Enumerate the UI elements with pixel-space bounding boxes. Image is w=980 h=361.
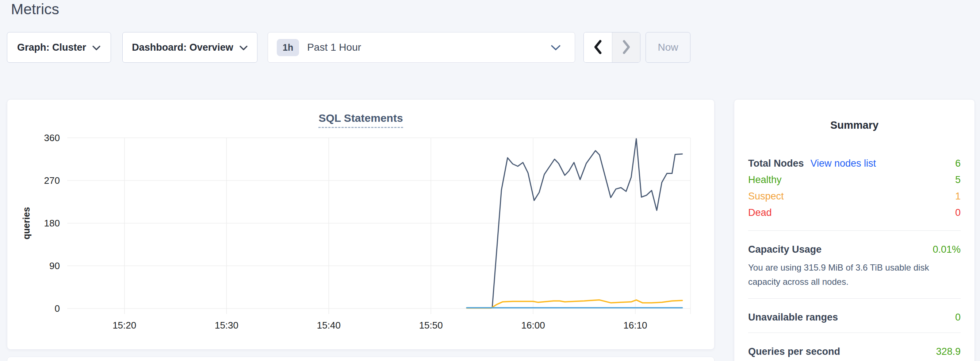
divider xyxy=(748,298,961,299)
unavailable-ranges-value: 0 xyxy=(955,312,961,323)
next-time-button[interactable] xyxy=(612,32,640,62)
svg-text:15:30: 15:30 xyxy=(215,320,239,331)
svg-text:16:00: 16:00 xyxy=(522,320,545,331)
suspect-nodes-row: Suspect 1 xyxy=(748,188,961,204)
time-range-badge: 1h xyxy=(277,39,299,56)
unavailable-ranges-row: Unavailable ranges 0 xyxy=(748,312,961,323)
unavailable-ranges-label: Unavailable ranges xyxy=(748,312,838,323)
svg-text:15:20: 15:20 xyxy=(113,320,136,331)
healthy-value: 5 xyxy=(955,174,961,185)
next-chart-card-sliver xyxy=(7,356,714,361)
svg-text:0: 0 xyxy=(55,303,60,314)
queries-per-second-row: Queries per second 328.9 xyxy=(748,346,961,357)
svg-text:180: 180 xyxy=(44,218,60,229)
healthy-label: Healthy xyxy=(748,174,782,185)
svg-text:15:40: 15:40 xyxy=(317,320,340,331)
chevron-down-icon xyxy=(550,45,561,52)
now-button-label: Now xyxy=(658,41,678,53)
graph-dropdown[interactable]: Graph: Cluster xyxy=(7,32,111,63)
total-nodes-row: Total Nodes View nodes list 6 xyxy=(748,155,961,172)
divider xyxy=(748,332,961,333)
summary-title: Summary xyxy=(748,119,961,131)
svg-text:360: 360 xyxy=(44,132,60,143)
svg-text:270: 270 xyxy=(44,175,60,186)
capacity-usage-value: 0.01% xyxy=(932,244,961,255)
dashboard-dropdown[interactable]: Dashboard: Overview xyxy=(123,32,258,63)
svg-text:16:10: 16:10 xyxy=(623,320,647,331)
capacity-usage-row: Capacity Usage 0.01% xyxy=(748,244,961,255)
suspect-label: Suspect xyxy=(748,191,784,202)
metrics-page: Metrics Graph: Cluster Dashboard: Overvi… xyxy=(0,0,980,361)
sql-statements-chart[interactable]: 09018027036015:2015:3015:4015:5016:0016:… xyxy=(7,100,714,349)
svg-text:15:50: 15:50 xyxy=(419,320,443,331)
chart-title: SQL Statements xyxy=(7,112,714,124)
queries-per-second-value: 328.9 xyxy=(936,346,961,357)
view-nodes-link[interactable]: View nodes list xyxy=(811,158,876,169)
chevron-left-icon xyxy=(593,40,603,56)
dead-value: 0 xyxy=(955,207,961,218)
time-range-label: Past 1 Hour xyxy=(307,41,361,53)
total-nodes-label: Total Nodes xyxy=(748,158,804,169)
prev-time-button[interactable] xyxy=(584,32,612,62)
node-status-block: Total Nodes View nodes list 6 Healthy 5 … xyxy=(748,155,961,221)
divider xyxy=(748,230,961,231)
healthy-nodes-row: Healthy 5 xyxy=(748,172,961,188)
summary-card: Summary Total Nodes View nodes list 6 He… xyxy=(734,99,975,361)
chevron-down-icon xyxy=(92,42,101,53)
dashboard-dropdown-label: Dashboard: Overview xyxy=(132,42,233,53)
capacity-usage-description: You are using 315.9 MiB of 3.6 TiB usabl… xyxy=(748,260,961,289)
time-step-button-group xyxy=(584,32,640,63)
graph-dropdown-label: Graph: Cluster xyxy=(17,42,86,53)
chart-card: 09018027036015:2015:3015:4015:5016:0016:… xyxy=(7,99,714,350)
queries-per-second-label: Queries per second xyxy=(748,346,840,357)
chevron-down-icon xyxy=(239,42,248,53)
svg-text:90: 90 xyxy=(49,260,60,271)
svg-text:queries: queries xyxy=(21,207,32,239)
dead-nodes-row: Dead 0 xyxy=(748,204,961,221)
dead-label: Dead xyxy=(748,207,772,218)
page-title: Metrics xyxy=(11,1,59,18)
time-window-selector[interactable]: 1h Past 1 Hour xyxy=(268,32,575,63)
total-nodes-value: 6 xyxy=(955,158,961,169)
capacity-usage-label: Capacity Usage xyxy=(748,244,821,255)
now-button[interactable]: Now xyxy=(646,32,690,63)
suspect-value: 1 xyxy=(955,191,961,202)
chevron-right-icon xyxy=(621,40,631,56)
